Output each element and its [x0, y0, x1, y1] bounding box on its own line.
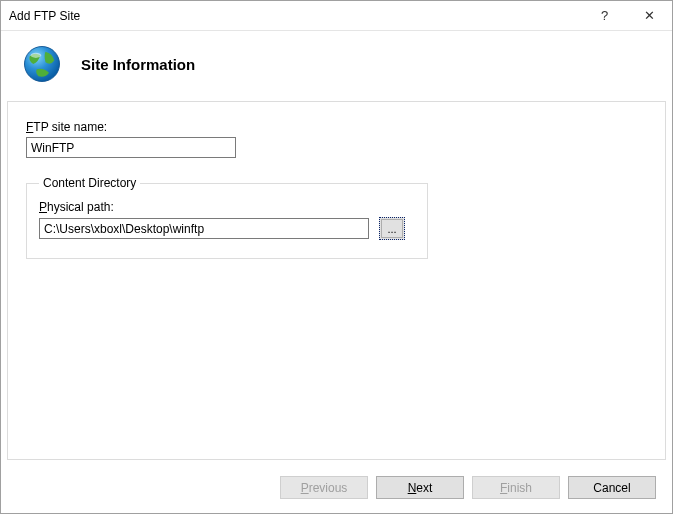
wizard-header: Site Information: [1, 31, 672, 101]
svg-point-1: [31, 53, 42, 58]
physical-path-input[interactable]: [39, 218, 369, 239]
globe-icon: [21, 43, 63, 85]
close-button[interactable]: ✕: [627, 1, 672, 30]
finish-button: Finish: [472, 476, 560, 499]
wizard-footer: Previous Next Finish Cancel: [1, 466, 672, 513]
previous-button: Previous: [280, 476, 368, 499]
site-name-label: FTP site name:: [26, 120, 647, 134]
window-title: Add FTP Site: [9, 9, 582, 23]
physical-path-label: Physical path:: [39, 200, 415, 214]
browse-button[interactable]: ...: [379, 217, 405, 240]
cancel-button[interactable]: Cancel: [568, 476, 656, 499]
page-title: Site Information: [81, 56, 195, 73]
content-directory-legend: Content Directory: [39, 176, 140, 190]
titlebar: Add FTP Site ? ✕: [1, 1, 672, 31]
content-panel: FTP site name: Content Directory Physica…: [7, 101, 666, 460]
help-button[interactable]: ?: [582, 1, 627, 30]
site-name-input[interactable]: [26, 137, 236, 158]
content-directory-group: Content Directory Physical path: ...: [26, 176, 428, 259]
add-ftp-site-dialog: Add FTP Site ? ✕ Site Information: [0, 0, 673, 514]
next-button[interactable]: Next: [376, 476, 464, 499]
